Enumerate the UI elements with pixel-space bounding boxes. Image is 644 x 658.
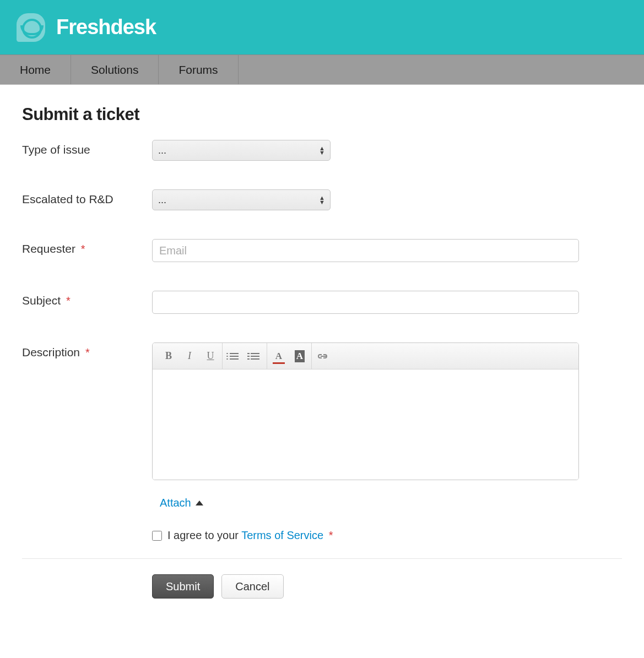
link-button[interactable] bbox=[317, 350, 329, 362]
editor-body[interactable] bbox=[153, 369, 578, 480]
form-actions: Submit Cancel bbox=[152, 574, 622, 599]
background-color-button[interactable]: A bbox=[294, 350, 306, 362]
caret-up-icon bbox=[196, 501, 203, 505]
row-requester: Requester * bbox=[22, 239, 622, 262]
row-description: Description * B I U bbox=[22, 342, 622, 480]
nav-item-solutions[interactable]: Solutions bbox=[71, 55, 159, 84]
nav-item-home[interactable]: Home bbox=[0, 55, 71, 84]
tos-link[interactable]: Terms of Service bbox=[241, 529, 323, 541]
brand-wrap: Freshdesk bbox=[17, 13, 156, 42]
label-escalated: Escalated to R&D bbox=[22, 189, 152, 206]
tos-checkbox[interactable] bbox=[152, 531, 162, 541]
input-requester-email[interactable] bbox=[152, 239, 579, 262]
page-content: Submit a ticket Type of issue ... ▲▼ Esc… bbox=[0, 85, 644, 621]
italic-button[interactable]: I bbox=[183, 350, 196, 362]
submit-button[interactable]: Submit bbox=[152, 574, 214, 599]
headset-icon bbox=[17, 13, 45, 42]
bold-button[interactable]: B bbox=[163, 350, 175, 362]
row-subject: Subject * bbox=[22, 291, 622, 314]
label-description: Description * bbox=[22, 342, 152, 359]
ordered-list-button[interactable] bbox=[249, 350, 261, 362]
input-subject[interactable] bbox=[152, 291, 579, 314]
attach-row: Attach bbox=[152, 497, 622, 509]
editor-toolbar: B I U A bbox=[153, 343, 578, 369]
tos-text: I agree to your Terms of Service * bbox=[167, 529, 333, 542]
required-marker: * bbox=[85, 346, 90, 358]
required-marker: * bbox=[81, 243, 85, 255]
row-escalated: Escalated to R&D ... ▲▼ bbox=[22, 189, 622, 210]
attach-file-link[interactable]: Attach bbox=[160, 497, 203, 509]
label-requester: Requester * bbox=[22, 239, 152, 255]
label-subject-text: Subject bbox=[22, 294, 61, 307]
select-type-of-issue[interactable]: ... bbox=[152, 140, 331, 161]
richtext-editor: B I U A bbox=[152, 342, 579, 480]
text-color-button[interactable]: A bbox=[273, 350, 285, 362]
select-escalated[interactable]: ... bbox=[152, 189, 331, 210]
tos-row: I agree to your Terms of Service * bbox=[152, 529, 622, 542]
label-type-of-issue: Type of issue bbox=[22, 140, 152, 156]
required-marker: * bbox=[329, 529, 333, 541]
nav-item-forums[interactable]: Forums bbox=[159, 55, 238, 84]
label-requester-text: Requester bbox=[22, 242, 75, 255]
brand-name: Freshdesk bbox=[56, 15, 156, 39]
divider bbox=[22, 558, 622, 559]
label-subject: Subject * bbox=[22, 291, 152, 307]
main-nav: Home Solutions Forums bbox=[0, 55, 644, 85]
label-description-text: Description bbox=[22, 346, 80, 358]
required-marker: * bbox=[66, 295, 71, 307]
attach-label-text: Attach bbox=[160, 497, 191, 509]
page-title: Submit a ticket bbox=[22, 105, 622, 124]
row-type-of-issue: Type of issue ... ▲▼ bbox=[22, 140, 622, 161]
cancel-button[interactable]: Cancel bbox=[221, 574, 283, 599]
app-header: Freshdesk bbox=[0, 0, 644, 55]
tos-prefix: I agree to your bbox=[167, 529, 241, 541]
underline-button[interactable]: U bbox=[204, 350, 217, 362]
unordered-list-button[interactable] bbox=[228, 350, 240, 362]
